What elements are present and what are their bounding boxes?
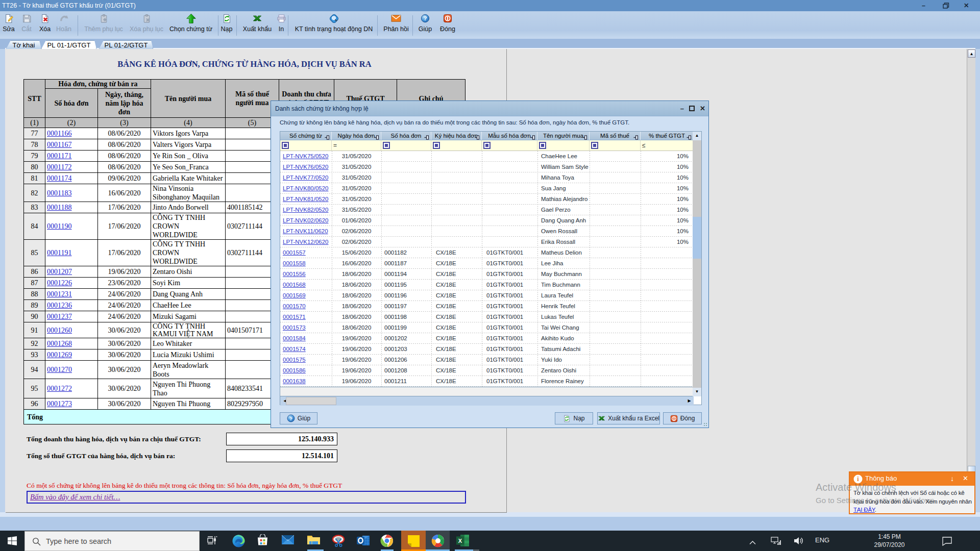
svg-text:X: X (458, 538, 462, 544)
svg-text:?: ? (424, 15, 427, 21)
svg-text:?: ? (289, 416, 292, 421)
